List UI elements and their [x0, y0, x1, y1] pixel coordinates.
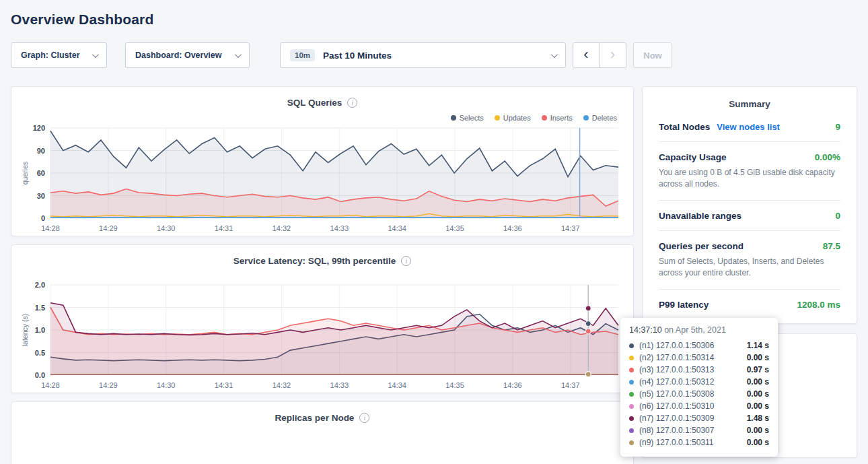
now-button[interactable]: Now	[633, 42, 672, 68]
svg-text:14:36: 14:36	[503, 224, 522, 232]
svg-text:14:34: 14:34	[388, 224, 406, 232]
svg-text:14:33: 14:33	[330, 381, 349, 389]
svg-text:120: 120	[33, 124, 45, 132]
node-color-dot	[629, 404, 634, 409]
tooltip-node-row: (n3) 127.0.0.1:503130.97 s	[629, 364, 769, 376]
node-latency-value: 0.00 s	[747, 401, 769, 411]
capacity-usage-label: Capacity Usage	[659, 152, 727, 162]
svg-text:latency (s): latency (s)	[21, 314, 29, 346]
chart-title: Service Latency: SQL, 99th percentile	[233, 256, 396, 266]
p99-latency-value: 1208.0 ms	[797, 300, 840, 310]
node-latency-value: 0.00 s	[747, 438, 769, 447]
chart-title-row: SQL Queries	[11, 87, 633, 108]
summary-title: Summary	[659, 99, 840, 109]
dashboard-dropdown[interactable]: Dashboard: Overview	[125, 42, 250, 68]
svg-text:14:28: 14:28	[41, 381, 60, 389]
info-icon[interactable]	[401, 256, 411, 266]
tooltip-node-row: (n8) 127.0.0.1:503070.00 s	[629, 424, 769, 436]
node-color-dot	[629, 416, 634, 421]
service-latency-chart[interactable]: 14:2814:2914:3014:3114:3214:3314:3414:35…	[20, 279, 625, 393]
summary-unavailable-ranges: Unavailable ranges 0	[659, 201, 840, 231]
legend-item-inserts[interactable]: Inserts	[542, 113, 573, 123]
node-color-dot	[629, 356, 634, 360]
node-color-dot	[629, 343, 634, 348]
svg-text:0: 0	[41, 214, 45, 222]
summary-total-nodes: Total Nodes View nodes list 9	[659, 112, 840, 142]
svg-text:14:29: 14:29	[99, 224, 118, 232]
time-range-picker[interactable]: 10m Past 10 Minutes	[280, 42, 566, 68]
qps-subtext: Sum of Selects, Updates, Inserts, and De…	[659, 256, 837, 279]
node-color-dot	[629, 368, 634, 372]
svg-text:14:32: 14:32	[273, 224, 291, 232]
node-address: (n8) 127.0.0.1:50307	[639, 426, 714, 435]
summary-queries-per-second: Queries per second 87.5 Sum of Selects, …	[659, 231, 840, 290]
legend-label: Inserts	[550, 114, 573, 122]
total-nodes-value: 9	[835, 122, 840, 132]
chart-title: SQL Queries	[287, 98, 342, 108]
node-latency-value: 0.00 s	[747, 389, 769, 399]
sql-queries-chart[interactable]: 14:2814:2914:3014:3114:3214:3314:3414:35…	[20, 123, 625, 236]
chart-legend: SelectsUpdatesInsertsDeletes	[11, 108, 633, 123]
node-color-dot	[629, 392, 634, 397]
legend-label: Selects	[460, 114, 484, 122]
svg-text:14:37: 14:37	[561, 224, 580, 232]
tooltip-node-row: (n2) 127.0.0.1:503140.00 s	[629, 352, 769, 364]
node-latency-value: 0.97 s	[747, 365, 769, 374]
node-latency-value: 1.14 s	[747, 341, 769, 350]
p99-latency-label: P99 latency	[659, 300, 709, 310]
node-latency-value: 0.00 s	[747, 426, 769, 435]
dashboard-dropdown-label: Dashboard: Overview	[135, 51, 222, 60]
chevron-down-icon	[551, 51, 558, 58]
legend-dot	[583, 115, 589, 121]
node-latency-value: 1.48 s	[747, 413, 769, 423]
replicas-per-node-chart-card: Replicas per Node	[11, 401, 634, 464]
svg-text:14:31: 14:31	[215, 224, 233, 232]
tooltip-node-row: (n6) 127.0.0.1:503100.00 s	[629, 400, 769, 412]
node-color-dot	[629, 428, 634, 433]
svg-text:30: 30	[37, 192, 45, 200]
tooltip-node-row: (n7) 127.0.0.1:503091.48 s	[629, 412, 769, 424]
node-address: (n7) 127.0.0.1:50309	[639, 413, 714, 423]
svg-text:0.5: 0.5	[35, 349, 45, 357]
qps-value: 87.5	[823, 241, 840, 251]
node-address: (n2) 127.0.0.1:50314	[639, 353, 714, 362]
node-address: (n9) 127.0.0.1:50311	[639, 438, 714, 447]
qps-label: Queries per second	[659, 241, 744, 251]
chevron-down-icon	[92, 51, 99, 58]
node-address: (n5) 127.0.0.1:50308	[639, 389, 714, 399]
unavailable-ranges-label: Unavailable ranges	[659, 211, 742, 221]
svg-text:14:37: 14:37	[561, 381, 580, 389]
svg-text:0.0: 0.0	[35, 371, 45, 379]
time-back-button[interactable]	[573, 42, 600, 68]
chart-tooltip: 14:37:10 on Apr 5th, 2021 (n1) 127.0.0.1…	[620, 318, 778, 457]
page-title: Overview Dashboard	[0, 0, 868, 28]
svg-text:14:35: 14:35	[445, 224, 464, 232]
legend-item-selects[interactable]: Selects	[451, 113, 484, 123]
legend-dot	[451, 115, 456, 121]
tooltip-node-row: (n5) 127.0.0.1:503080.00 s	[629, 388, 769, 400]
graph-dropdown[interactable]: Graph: Cluster	[11, 42, 107, 68]
svg-text:14:33: 14:33	[330, 224, 349, 232]
controls-bar: Graph: Cluster Dashboard: Overview 10m P…	[0, 42, 868, 68]
svg-text:14:30: 14:30	[157, 381, 176, 389]
legend-label: Updates	[503, 114, 531, 122]
time-forward-button[interactable]	[600, 42, 626, 68]
total-nodes-label: Total Nodes	[659, 122, 710, 132]
svg-text:14:31: 14:31	[215, 381, 233, 389]
legend-dot	[542, 115, 547, 121]
svg-text:14:29: 14:29	[99, 381, 118, 389]
time-range-badge: 10m	[290, 49, 315, 61]
svg-text:14:32: 14:32	[273, 381, 291, 389]
node-color-dot	[629, 440, 634, 445]
summary-panel: Summary Total Nodes View nodes list 9 Ca…	[642, 86, 857, 324]
node-latency-value: 0.00 s	[747, 377, 769, 387]
unavailable-ranges-value: 0	[835, 211, 840, 221]
legend-item-updates[interactable]: Updates	[495, 113, 531, 123]
graph-dropdown-label: Graph: Cluster	[21, 51, 80, 60]
view-nodes-list-link[interactable]: View nodes list	[717, 122, 780, 132]
info-icon[interactable]	[359, 413, 369, 423]
chart-title: Replicas per Node	[275, 413, 355, 423]
legend-item-deletes[interactable]: Deletes	[583, 113, 617, 123]
info-icon[interactable]	[347, 98, 357, 108]
capacity-usage-subtext: You are using 0 B of 4.5 GiB usable disk…	[659, 167, 837, 191]
